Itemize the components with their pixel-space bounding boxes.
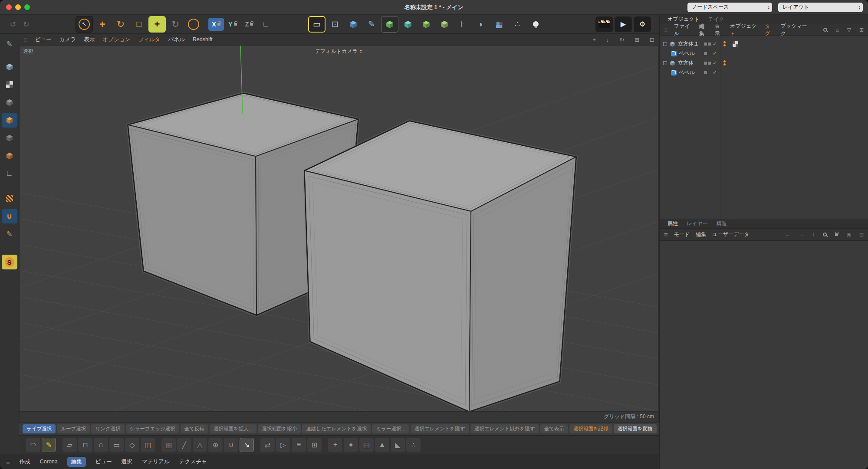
hide-selected-button[interactable]: 選択エレメントを隠す (411, 424, 469, 433)
toggle-panel-icon[interactable]: ⊡ (650, 36, 654, 43)
polygon-mode-icon[interactable] (2, 113, 17, 128)
plus-tool-icon[interactable]: + (328, 438, 342, 452)
select-connected-button[interactable]: 連結したエレメントを選択 (302, 424, 371, 433)
menu-material[interactable]: マテリアル (142, 458, 170, 466)
tree-row-cube2[interactable]: 立方体 ✓ (660, 58, 868, 68)
measure-tool-icon[interactable]: ⊦ (454, 16, 471, 33)
move-tool-icon[interactable]: + (94, 16, 111, 33)
up-arrow-icon[interactable]: ↑ (812, 232, 815, 238)
render-to-picture-viewer-icon[interactable] (595, 16, 613, 32)
redshift-icon[interactable]: S (2, 255, 17, 269)
live-selection-button[interactable]: ライブ選択 (23, 424, 56, 433)
menu-texture[interactable]: テクスチャ (179, 458, 207, 466)
viewport-menu-icon[interactable]: ≡ (23, 36, 27, 43)
editor-render-dots-icon[interactable] (723, 60, 726, 66)
drop-selection-tool-icon[interactable]: ↘ (240, 438, 254, 452)
swap-tool-icon[interactable]: ⇄ (260, 438, 275, 452)
om-menu-objects[interactable]: オブジェクト (730, 23, 759, 37)
triangle-tool-icon[interactable]: △ (193, 438, 207, 452)
magnet-tool-icon[interactable]: ∩ (94, 438, 108, 452)
menu-display[interactable]: 表示 (84, 36, 95, 43)
last-used-tool-icon[interactable]: · (185, 16, 202, 33)
point-dot-tool-icon[interactable]: ● (344, 438, 358, 452)
grid-fill-tool-icon[interactable]: ⊞ (307, 438, 322, 452)
am-menu-mode[interactable]: モード (674, 231, 690, 238)
grow-selection-button[interactable]: 選択範囲を拡大... (210, 424, 256, 433)
am-menu-userdata[interactable]: ユーザーデータ (712, 231, 749, 238)
render-settings-gear-icon[interactable]: ⚙ (634, 16, 651, 32)
object-name[interactable]: 立方体.1 (678, 40, 698, 48)
collapse-icon[interactable] (663, 61, 667, 65)
nodespace-dropdown[interactable]: ノードスペース ▴▾ (687, 3, 772, 12)
home-icon[interactable]: ⌂ (835, 27, 838, 33)
polygon-cube-icon[interactable] (381, 16, 398, 33)
light-object-icon[interactable] (527, 16, 544, 33)
store-selection-button[interactable]: 選択範囲を記録 (569, 424, 612, 433)
shrink-selection-button[interactable]: 選択範囲を縮小 (258, 424, 301, 433)
tree-row-cube1[interactable]: 立方体.1 ✓ (660, 39, 868, 49)
editor-render-dots-icon[interactable] (723, 41, 726, 46)
knife-tool-icon[interactable]: ✎ (363, 16, 380, 33)
add-point-tool-icon[interactable]: ⊕ (208, 438, 223, 452)
mirror-tool-icon[interactable]: ◇ (125, 438, 139, 452)
particles-icon[interactable]: ∴ (509, 16, 526, 33)
uv-mode-icon[interactable] (2, 148, 17, 163)
snap-icon[interactable]: ∪ (2, 209, 17, 223)
sync-view-icon[interactable]: ↻ (619, 36, 624, 43)
om-menu-view[interactable]: 表示 (715, 23, 724, 37)
advance-tool-icon[interactable]: ▷ (276, 438, 290, 452)
iron-tool-icon[interactable]: ▭ (109, 438, 124, 452)
sharp-edge-selection-button[interactable]: シャープエッジ選択 (126, 424, 179, 433)
visibility-toggle-icon[interactable] (704, 71, 707, 74)
texture-mode-icon[interactable] (2, 77, 17, 92)
scatter-tool-icon[interactable]: ∴ (406, 438, 421, 452)
menu-options[interactable]: オプション (102, 36, 130, 43)
rotate-tool-icon[interactable]: ↻ (112, 16, 129, 33)
z-axis-lock-button[interactable]: Z (241, 18, 257, 31)
grid-tool-icon[interactable]: ▦ (161, 438, 176, 452)
collapse-icon[interactable] (663, 42, 667, 46)
render-play-icon[interactable]: ▶ (615, 16, 632, 32)
visibility-toggle-icon[interactable] (704, 52, 707, 55)
sculpt-tool-icon[interactable]: ◗ (472, 16, 490, 33)
edge-mode-icon[interactable] (2, 131, 17, 145)
loop-selection-button[interactable]: ループ選択 (57, 424, 90, 433)
menu-view2[interactable]: ビュー (95, 458, 112, 466)
menu-panel[interactable]: パネル (168, 36, 184, 43)
array-grid-icon[interactable]: ▦ (490, 16, 508, 33)
menu-filter[interactable]: フィルタ (138, 36, 160, 43)
x-axis-lock-button[interactable]: X (208, 18, 224, 31)
spline-smooth-tool-icon[interactable]: ▱ (62, 438, 77, 452)
om-menu-bookmarks[interactable]: ブックマーク (780, 23, 809, 37)
weld-tool-icon[interactable]: ∪ (224, 438, 238, 452)
menu-view[interactable]: ビュー (35, 36, 52, 43)
make-editable-icon[interactable]: ✎ (2, 36, 17, 51)
menu-camera[interactable]: カメラ (59, 36, 76, 43)
unhide-all-button[interactable]: 全て表示 (540, 424, 568, 433)
sketch-pen-tool-icon[interactable]: ✎ (42, 438, 56, 452)
edge-cube-icon[interactable] (399, 16, 417, 33)
lock-icon[interactable] (835, 233, 838, 236)
render-view-icon[interactable]: ▭ (308, 16, 326, 33)
undo-icon[interactable]: ↺ (7, 20, 19, 29)
search-icon[interactable] (823, 233, 827, 236)
workplane-icon[interactable] (2, 191, 17, 206)
om-menu-edit[interactable]: 編集 (699, 23, 709, 37)
frame-view-icon[interactable]: ↓ (606, 36, 609, 43)
tab-attributes[interactable]: 属性 (664, 219, 681, 228)
point-cube-icon[interactable] (418, 16, 435, 33)
coordinate-system-button[interactable]: ∟ (258, 18, 273, 31)
lines-tool-icon[interactable]: ≡ (292, 438, 306, 452)
menu-select[interactable]: 選択 (122, 458, 132, 466)
corner-tool-icon[interactable]: ◣ (391, 438, 405, 452)
axis-mode-icon[interactable]: ∟ (2, 166, 17, 181)
om-menu-icon[interactable]: ≡ (664, 26, 668, 33)
back-arrow-icon[interactable]: ← (785, 232, 790, 238)
visibility-toggle-icon[interactable] (704, 43, 711, 46)
cube-primitive-icon[interactable] (345, 16, 362, 33)
invert-all-button[interactable]: 全て反転 (181, 424, 208, 433)
target-icon[interactable]: ◎ (846, 232, 851, 238)
layout-view-icon[interactable]: ⊞ (635, 36, 639, 43)
point-mode-icon[interactable] (2, 95, 17, 110)
close-window-button[interactable] (6, 4, 12, 10)
